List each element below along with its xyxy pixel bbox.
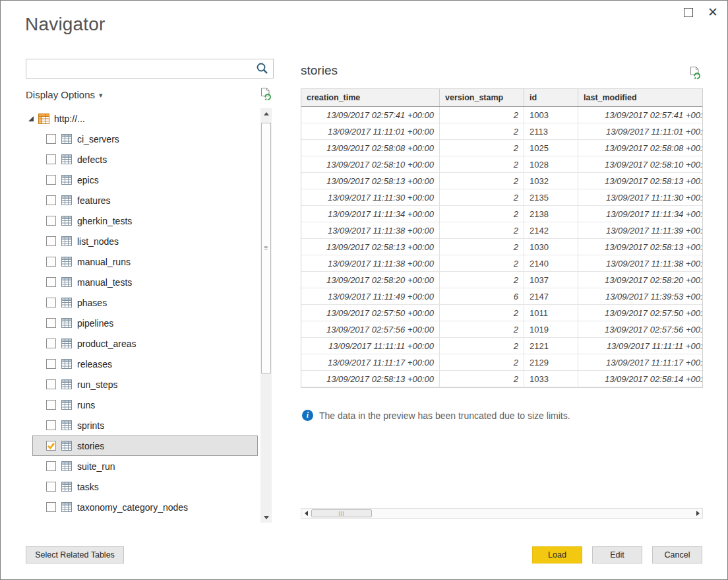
- preview-table-inner: creation_timeversion_stampidlast_modifie…: [301, 89, 703, 387]
- cell-creation_time: 13/09/2017 11:11:34 +00:00: [301, 206, 440, 222]
- preview-row: 13/09/2017 11:11:38 +00:002214213/09/201…: [301, 222, 703, 239]
- cell-creation_time: 13/09/2017 11:11:49 +00:00: [301, 288, 440, 305]
- tree-item-epics[interactable]: epics: [32, 170, 258, 190]
- tree-item-pipelines[interactable]: pipelines: [32, 313, 258, 333]
- maximize-icon[interactable]: [684, 8, 693, 17]
- table-checkbox[interactable]: [46, 154, 56, 164]
- expand-collapse-icon[interactable]: [28, 116, 34, 121]
- tree-item-manual_tests[interactable]: manual_tests: [32, 272, 258, 292]
- preview-row: 13/09/2017 11:11:11 +00:002212113/09/201…: [301, 338, 703, 354]
- data-source-icon: [38, 113, 49, 124]
- tree-item-manual_runs[interactable]: manual_runs: [32, 251, 258, 272]
- search-input[interactable]: [26, 59, 264, 78]
- scroll-right-icon[interactable]: [693, 509, 702, 518]
- tree-item-phases[interactable]: phases: [32, 292, 258, 313]
- table-checkbox[interactable]: [46, 420, 56, 430]
- cell-creation_time: 13/09/2017 02:58:08 +00:00: [301, 140, 440, 156]
- tree-item-gherkin_tests[interactable]: gherkin_tests: [32, 210, 258, 231]
- tree-item-label: sprints: [77, 420, 104, 431]
- table-checkbox[interactable]: [46, 482, 56, 492]
- cell-version_stamp: 2: [440, 305, 524, 321]
- refresh-icon[interactable]: [259, 87, 272, 100]
- table-checkbox[interactable]: [46, 236, 56, 246]
- table-checkbox[interactable]: [46, 318, 56, 328]
- cancel-button[interactable]: Cancel: [652, 546, 702, 564]
- tree-item-label: taxonomy_category_nodes: [77, 502, 188, 513]
- tree-item-label: manual_tests: [77, 277, 132, 288]
- scroll-left-icon[interactable]: [301, 509, 311, 518]
- preview-row: 13/09/2017 02:57:56 +00:002101913/09/201…: [301, 321, 703, 338]
- cell-id: 2135: [524, 189, 578, 206]
- table-checkbox[interactable]: [46, 216, 56, 226]
- table-checkbox[interactable]: [46, 461, 56, 471]
- select-related-tables-button[interactable]: Select Related Tables: [26, 546, 124, 564]
- table-checkbox[interactable]: [46, 379, 56, 389]
- tree-item-label: releases: [77, 359, 112, 370]
- table-checkbox[interactable]: [46, 195, 56, 205]
- column-header-creation_time[interactable]: creation_time: [301, 89, 440, 106]
- preview-refresh-icon[interactable]: [688, 66, 701, 79]
- cell-version_stamp: 2: [440, 156, 524, 173]
- cell-id: 2113: [524, 123, 578, 140]
- cell-version_stamp: 2: [440, 255, 524, 272]
- column-header-id[interactable]: id: [524, 89, 578, 106]
- preview-row: 13/09/2017 02:58:13 +00:002103013/09/201…: [301, 239, 703, 255]
- table-checkbox[interactable]: [46, 338, 56, 348]
- tree-item-run_steps[interactable]: run_steps: [32, 374, 258, 395]
- preview-row: 13/09/2017 11:11:34 +00:002213813/09/201…: [301, 206, 703, 222]
- tree-item-label: manual_runs: [77, 257, 131, 267]
- tree-item-product_areas[interactable]: product_areas: [32, 333, 258, 354]
- cell-last_modified: 13/09/2017 02:57:41 +00:00: [578, 107, 703, 123]
- tree-item-list_nodes[interactable]: list_nodes: [32, 231, 258, 251]
- column-header-last_modified[interactable]: last_modified: [578, 89, 703, 106]
- tree-item-taxonomy_category_nodes[interactable]: taxonomy_category_nodes: [32, 497, 258, 517]
- tree-item-tasks[interactable]: tasks: [32, 476, 258, 497]
- table-icon: [61, 134, 72, 144]
- tree-item-releases[interactable]: releases: [32, 354, 258, 374]
- table-checkbox[interactable]: [46, 441, 56, 451]
- scroll-down-icon[interactable]: [260, 512, 272, 523]
- table-checkbox[interactable]: [46, 257, 56, 267]
- tree-item-label: pipelines: [77, 318, 113, 329]
- table-checkbox[interactable]: [46, 502, 56, 512]
- search-icon[interactable]: [255, 61, 270, 76]
- cell-id: 1032: [524, 173, 578, 189]
- tree-item-sprints[interactable]: sprints: [32, 415, 258, 435]
- table-checkbox[interactable]: [46, 175, 56, 185]
- edit-button[interactable]: Edit: [592, 546, 642, 564]
- preview-row: 13/09/2017 11:11:17 +00:002212913/09/201…: [301, 354, 703, 371]
- scroll-up-icon[interactable]: [260, 108, 272, 119]
- tree-root-http[interactable]: http://...: [26, 108, 260, 129]
- tree-item-features[interactable]: features: [32, 190, 258, 210]
- cell-id: 1033: [524, 371, 578, 387]
- table-checkbox[interactable]: [46, 400, 56, 410]
- cell-id: 1028: [524, 156, 578, 173]
- cell-version_stamp: 2: [440, 140, 524, 156]
- table-checkbox[interactable]: [46, 134, 56, 144]
- column-header-version_stamp[interactable]: version_stamp: [440, 89, 524, 106]
- cell-id: 1011: [524, 305, 578, 321]
- table-checkbox[interactable]: [46, 277, 56, 287]
- preview-header-row: creation_timeversion_stampidlast_modifie…: [301, 89, 703, 107]
- cell-last_modified: 13/09/2017 11:11:01 +00:00: [578, 123, 703, 140]
- tree-item-runs[interactable]: runs: [32, 395, 258, 415]
- tree-item-defects[interactable]: defects: [32, 149, 258, 170]
- tree-item-ci_servers[interactable]: ci_servers: [32, 129, 258, 149]
- preview-hscrollbar[interactable]: |||: [301, 508, 703, 519]
- tree-scrollbar[interactable]: ≡: [260, 108, 272, 523]
- table-checkbox[interactable]: [46, 359, 56, 369]
- navigator-dialog: Navigator ✕ Display Options ▾: [0, 0, 728, 580]
- tree-item-suite_run[interactable]: suite_run: [32, 456, 258, 476]
- cell-last_modified: 13/09/2017 11:11:34 +00:00: [578, 206, 703, 222]
- display-options-dropdown[interactable]: Display Options ▾: [26, 86, 103, 102]
- hscrollbar-thumb[interactable]: |||: [311, 509, 372, 517]
- table-checkbox[interactable]: [46, 298, 56, 307]
- scrollbar-thumb[interactable]: ≡: [261, 123, 271, 373]
- info-icon: i: [302, 410, 313, 421]
- close-icon[interactable]: ✕: [708, 6, 718, 18]
- cell-last_modified: 13/09/2017 11:11:39 +00:00: [578, 222, 703, 239]
- preview-row: 13/09/2017 11:11:38 +00:002214013/09/201…: [301, 255, 703, 272]
- tree-item-stories[interactable]: stories: [32, 435, 258, 456]
- load-button[interactable]: Load: [532, 546, 582, 564]
- tree-item-label: list_nodes: [77, 236, 119, 247]
